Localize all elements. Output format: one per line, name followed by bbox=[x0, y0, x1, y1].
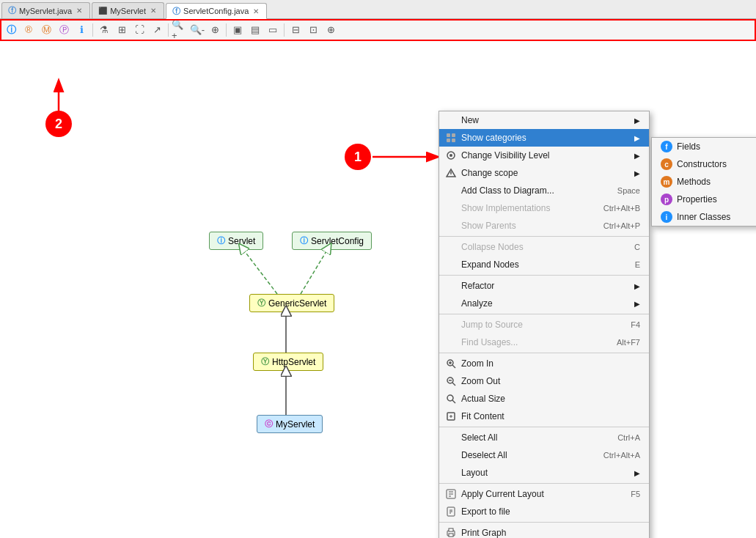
main-area: 2 1 ⓘ S bbox=[0, 41, 756, 538]
menu-shortcut-show-parents: Ctrl+Alt+P bbox=[603, 221, 640, 230]
node-servlet[interactable]: ⓘ Servlet bbox=[209, 232, 263, 250]
tab-close-3[interactable]: ✕ bbox=[252, 7, 260, 15]
menu-arrow-show-categories: ▶ bbox=[634, 134, 640, 142]
menu-item-apply-layout[interactable]: Apply Current Layout F5 bbox=[439, 485, 649, 503]
node-icon-myservlet: ⓒ bbox=[265, 419, 273, 430]
submenu-item-properties[interactable]: p Properties bbox=[652, 191, 756, 208]
submenu-icon-fields: f bbox=[661, 141, 672, 152]
menu-label-collapse: Collapse Nodes bbox=[461, 242, 524, 252]
svg-rect-40 bbox=[449, 534, 453, 537]
menu-label-new: New bbox=[461, 115, 479, 125]
menu-item-deselect-all[interactable]: Deselect All Ctrl+Alt+A bbox=[439, 446, 649, 464]
menu-arrow-layout: ▶ bbox=[634, 469, 640, 477]
menu-icon-deselect-all bbox=[445, 449, 457, 461]
toolbar-btn-info[interactable]: ⓘ bbox=[3, 22, 19, 38]
toolbar-btn-filter[interactable]: ⚗ bbox=[96, 22, 112, 38]
submenu-item-inner-classes[interactable]: i Inner Classes bbox=[652, 208, 756, 226]
toolbar-btn-zoom-in[interactable]: 🔍+ bbox=[172, 22, 188, 38]
toolbar-sep-3 bbox=[226, 23, 227, 37]
menu-item-zoom-in[interactable]: Zoom In bbox=[439, 355, 649, 372]
submenu-label-fields: Fields bbox=[677, 141, 700, 152]
menu-icon-expand bbox=[445, 259, 457, 270]
svg-line-23 bbox=[452, 383, 455, 386]
submenu-item-constructors[interactable]: c Constructors bbox=[652, 155, 756, 173]
menu-label-scope: Change scope bbox=[461, 168, 518, 178]
node-genericservlet[interactable]: Ⓨ GenericServlet bbox=[249, 294, 334, 312]
menu-label-apply-layout: Apply Current Layout bbox=[461, 489, 544, 499]
node-icon-servletconfig: ⓘ bbox=[300, 235, 308, 246]
menu-shortcut-select-all: Ctrl+A bbox=[617, 433, 640, 442]
node-myservlet[interactable]: ⓒ MyServlet bbox=[257, 415, 323, 433]
svg-rect-13 bbox=[452, 139, 455, 142]
menu-arrow-new: ▶ bbox=[634, 117, 640, 125]
toolbar-btn-save[interactable]: ⊕ bbox=[323, 22, 339, 38]
menu-label-zoom-out: Zoom Out bbox=[461, 376, 500, 386]
menu-shortcut-deselect-all: Ctrl+Alt+A bbox=[603, 451, 640, 460]
menu-item-refactor[interactable]: Refactor ▶ bbox=[439, 277, 649, 295]
menu-shortcut-add-class: Space bbox=[617, 186, 640, 195]
node-icon-servlet: ⓘ bbox=[217, 235, 225, 246]
menu-sep-3 bbox=[439, 314, 649, 314]
menu-label-zoom-in: Zoom In bbox=[461, 358, 493, 369]
toolbar-btn-i[interactable]: ℹ bbox=[73, 22, 89, 38]
menu-label-add-class: Add Class to Diagram... bbox=[461, 185, 554, 196]
svg-line-19 bbox=[452, 365, 455, 368]
menu-item-visibility[interactable]: Change Visibility Level ▶ bbox=[439, 147, 649, 164]
menu-item-fit-content[interactable]: Fit Content bbox=[439, 408, 649, 425]
toolbar-btn-layout[interactable]: ⛶ bbox=[131, 22, 147, 38]
submenu-item-fields[interactable]: f Fields bbox=[652, 138, 756, 155]
menu-icon-jump-source bbox=[445, 319, 457, 331]
submenu-item-methods[interactable]: m Methods bbox=[652, 173, 756, 191]
menu-shortcut-apply-layout: F5 bbox=[631, 490, 640, 498]
node-httpservlet[interactable]: Ⓨ HttpServlet bbox=[253, 353, 323, 371]
menu-item-analyze[interactable]: Analyze ▶ bbox=[439, 295, 649, 312]
menu-label-actual-size: Actual Size bbox=[461, 394, 505, 404]
toolbar-btn-fit[interactable]: ▣ bbox=[230, 22, 246, 38]
menu-icon-select-all bbox=[445, 432, 457, 443]
tab-myservlet-class[interactable]: ⬛ MyServlet ✕ bbox=[92, 2, 164, 18]
menu-item-expand[interactable]: Expand Nodes E bbox=[439, 256, 649, 273]
tab-close-2[interactable]: ✕ bbox=[149, 7, 158, 15]
menu-label-print-graph: Print Graph bbox=[461, 528, 506, 538]
tab-label-servletconfig: ServletConfig.java bbox=[183, 7, 249, 15]
toolbar-btn-m[interactable]: Ⓜ bbox=[38, 22, 54, 38]
tab-servletconfig-java[interactable]: ⓕ ServletConfig.java ✕ bbox=[166, 3, 267, 19]
svg-rect-10 bbox=[447, 133, 450, 137]
menu-item-new[interactable]: New ▶ bbox=[439, 111, 649, 129]
tab-close-1[interactable]: ✕ bbox=[75, 7, 84, 15]
node-servletconfig[interactable]: ⓘ ServletConfig bbox=[292, 232, 372, 250]
menu-item-add-class[interactable]: Add Class to Diagram... Space bbox=[439, 182, 649, 199]
menu-item-export[interactable]: Export to file bbox=[439, 503, 649, 520]
menu-shortcut-find-usages: Alt+F7 bbox=[617, 338, 640, 347]
menu-icon-apply-layout bbox=[445, 488, 457, 500]
menu-item-print-graph[interactable]: Print Graph bbox=[439, 524, 649, 538]
menu-icon-refactor bbox=[445, 280, 457, 292]
svg-point-25 bbox=[447, 395, 453, 401]
toolbar-btn-zoom-out[interactable]: 🔍- bbox=[189, 22, 205, 38]
toolbar-btn-r[interactable]: ® bbox=[21, 22, 37, 38]
menu-item-layout[interactable]: Layout ▶ bbox=[439, 464, 649, 482]
menu-shortcut-show-impl: Ctrl+Alt+B bbox=[603, 204, 640, 213]
menu-label-export: Export to file bbox=[461, 506, 510, 517]
toolbar-btn-arrow[interactable]: ↗ bbox=[149, 22, 165, 38]
menu-item-find-usages: Find Usages... Alt+F7 bbox=[439, 334, 649, 351]
svg-rect-11 bbox=[452, 133, 455, 137]
menu-item-actual-size[interactable]: Actual Size bbox=[439, 390, 649, 408]
menu-item-show-categories[interactable]: Show categories ▶ bbox=[439, 129, 649, 147]
menu-item-zoom-out[interactable]: Zoom Out bbox=[439, 372, 649, 390]
tab-myservlet-java[interactable]: ⓕ MyServlet.java ✕ bbox=[1, 2, 90, 18]
toolbar-btn-p[interactable]: Ⓟ bbox=[56, 22, 72, 38]
toolbar-btn-export[interactable]: ⊡ bbox=[305, 22, 321, 38]
menu-arrow-refactor: ▶ bbox=[634, 282, 640, 290]
svg-line-7 bbox=[301, 248, 329, 294]
toolbar-btn-select[interactable]: ▤ bbox=[247, 22, 263, 38]
toolbar-btn-zoom-reset[interactable]: ⊕ bbox=[207, 22, 223, 38]
menu-sep-2 bbox=[439, 275, 649, 276]
toolbar-btn-print[interactable]: ⊟ bbox=[287, 22, 304, 38]
toolbar-btn-pan[interactable]: ▭ bbox=[265, 22, 281, 38]
menu-item-select-all[interactable]: Select All Ctrl+A bbox=[439, 429, 649, 446]
submenu-icon-properties: p bbox=[661, 194, 672, 205]
menu-item-scope[interactable]: Change scope ▶ bbox=[439, 164, 649, 182]
submenu-label-inner-classes: Inner Classes bbox=[677, 212, 730, 222]
toolbar-btn-grid[interactable]: ⊞ bbox=[114, 22, 130, 38]
